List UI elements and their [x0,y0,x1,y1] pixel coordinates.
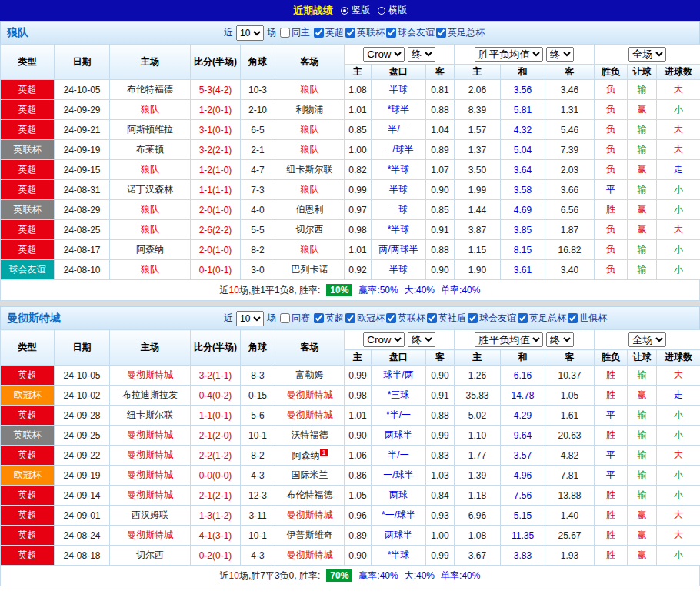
avg-home-cell: 3.87 [455,220,501,240]
league-checkbox[interactable]: 英足总杯 [435,26,485,39]
league-checkbox-label: 英社盾 [438,312,466,325]
handicap-result-cell: 赢 [628,160,657,180]
home-team-cell: 狼队 [110,220,191,240]
league-type-cell: 欧冠杯 [1,466,55,486]
col-handicap: 盘口 [372,350,426,366]
league-type-cell: 英超 [1,220,55,240]
league-checkbox-input[interactable] [314,313,324,323]
score-cell: 1-2(0-1) [191,100,241,120]
home-odds-cell: 0.97 [345,200,372,220]
league-checkbox[interactable]: 英联杯 [385,312,425,325]
table-row: 英超24-08-17阿森纳2-0(1-0)8-2狼队1.01两/两球半0.881… [1,240,700,260]
scope-select[interactable]: 全场 [628,47,666,62]
away-odds-cell: 0.84 [426,486,455,506]
odds-state-select[interactable]: 终 [408,47,435,62]
table-row: 英超24-08-31诺丁汉森林1-1(1-1)7-3狼队0.99半球0.901.… [1,180,700,200]
avg-type-select[interactable]: 胜平负均值 [475,332,543,347]
league-checkbox-input[interactable] [436,28,446,38]
away-team-cell: 伊普斯维奇 [275,526,345,546]
league-checkbox-input[interactable] [386,28,396,38]
league-checkbox[interactable]: 英足总杯 [517,312,566,325]
away-team-cell: 狼队 [275,80,345,100]
home-team-cell: 曼彻斯特城 [110,466,191,486]
avg-home-cell: 1.37 [455,140,501,160]
avg-away-cell: 7.39 [545,140,595,160]
league-checkbox-input[interactable] [427,313,437,323]
handicap-cell: 半球 [372,180,426,200]
layout-radio-vertical[interactable]: 竖版 [341,4,370,17]
avg-away-cell: 7.81 [545,466,595,486]
league-checkbox[interactable]: 球会友谊 [467,312,516,325]
table-row: 欧冠杯24-09-19曼彻斯特城0-0(0-0)4-3国际米兰0.86一/球半1… [1,466,700,486]
col-date: 日期 [55,330,110,366]
odds-company-select[interactable]: Crow [363,332,405,347]
col-home: 主场 [110,330,191,366]
scope-select[interactable]: 全场 [628,332,666,347]
league-checkbox[interactable]: 球会友谊 [385,26,435,39]
league-type-cell: 英联杯 [1,200,55,220]
avg-state-select[interactable]: 终 [546,332,574,347]
league-checkbox[interactable]: 英超 [313,312,344,325]
league-checkbox[interactable]: 英社盾 [426,312,466,325]
layout-radio-horizontal[interactable]: 横版 [378,4,407,17]
corner-cell: 2-10 [241,100,275,120]
handicap-cell: 球半/两 [372,366,426,386]
table-row: 英超24-09-14曼彻斯特城2-1(2-1)12-3布伦特福德1.05两球0.… [1,486,700,506]
league-checkbox[interactable]: 世俱杯 [567,312,607,325]
col-date: 日期 [55,45,110,80]
league-checkbox-input[interactable] [518,313,528,323]
avg-type-select[interactable]: 胜平负均值 [475,47,543,62]
date-cell: 24-10-05 [55,366,110,386]
summary-text: 场,胜1平1负8, 胜率: [239,285,320,295]
away-odds-cell: 0.90 [426,180,455,200]
same-host-checkbox[interactable]: 同主 [279,26,310,39]
result-cell: 负 [595,140,628,160]
league-checkbox-input[interactable] [345,28,355,38]
games-count-select[interactable]: 10 [236,25,264,41]
odds-state-select[interactable]: 终 [408,332,435,347]
home-team-cell: 切尔西 [110,546,191,566]
games-count-select[interactable]: 10 [236,311,264,326]
league-checkbox[interactable]: 英超 [313,26,344,39]
col-odds-home: 主 [345,65,372,80]
same-host-checkbox-input[interactable] [280,28,290,38]
home-odds-cell: 0.85 [345,120,372,140]
odds-filter-cell: Crow 终 [345,45,455,65]
date-cell: 24-09-14 [55,486,110,506]
avg-state-select[interactable]: 终 [546,47,574,62]
goals-cell: 小 [657,180,700,200]
section-header: 曼彻斯特城 近 10 场 同赛 英超欧冠杯英联杯英社盾球会友谊英足总杯世俱杯 [0,306,700,329]
result-cell: 平 [595,180,628,200]
same-comp-checkbox-input[interactable] [280,313,290,323]
home-odds-cell: 0.86 [345,466,372,486]
home-team-cell: 狼队 [110,100,191,120]
away-odds-cell: 0.88 [426,406,455,426]
corner-cell: 8-3 [241,366,275,386]
away-team-cell: 巴列卡诺 [275,260,345,280]
league-checkbox-input[interactable] [468,313,478,323]
col-result: 胜负 [595,65,628,80]
league-checkbox-input[interactable] [314,28,324,38]
league-checkbox[interactable]: 欧冠杯 [345,312,385,325]
league-checkbox-input[interactable] [345,313,355,323]
radio-unselected-icon[interactable] [378,7,385,15]
away-odds-cell: 0.91 [426,220,455,240]
same-comp-checkbox[interactable]: 同赛 [279,312,310,325]
home-odds-cell: 0.82 [345,160,372,180]
score-cell: 1-1(1-1) [191,180,241,200]
league-filter-group: 英超英联杯球会友谊英足总杯 [313,26,485,39]
league-type-cell: 英超 [1,100,55,120]
handicap-result-cell: 赢 [628,200,657,220]
league-type-cell: 英超 [1,120,55,140]
league-checkbox-input[interactable] [386,313,396,323]
home-odds-cell: 0.99 [345,366,372,386]
date-cell: 24-08-25 [55,220,110,240]
radio-selected-icon[interactable] [341,7,348,15]
league-checkbox[interactable]: 英联杯 [345,26,385,39]
avg-away-cell: 1.87 [545,220,595,240]
league-type-cell: 英超 [1,240,55,260]
section-header: 狼队 近 10 场 同主 英超英联杯球会友谊英足总杯 [0,21,700,44]
summary-text: 场,胜7平3负0, 胜率: [239,570,320,581]
odds-company-select[interactable]: Crow [363,47,405,62]
league-checkbox-input[interactable] [568,313,578,323]
